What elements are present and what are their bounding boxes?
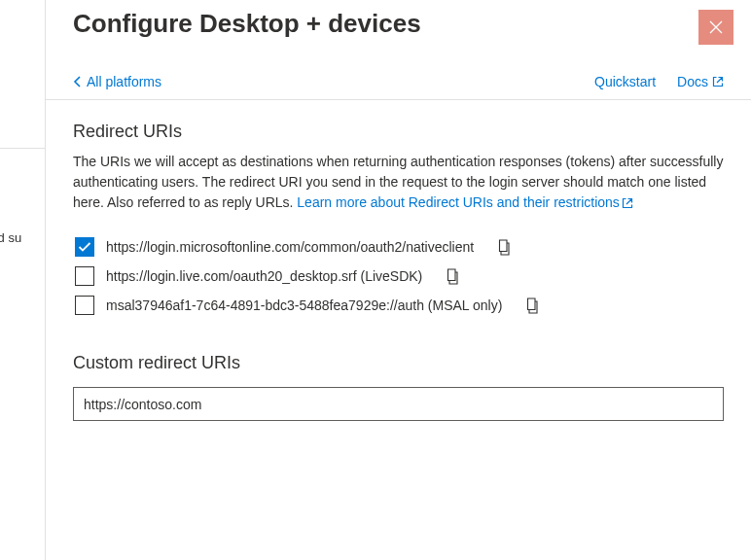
- docs-link[interactable]: Docs: [677, 74, 724, 89]
- uri-label: msal37946af1-7c64-4891-bdc3-5488fea7929e…: [106, 298, 502, 313]
- uri-checkbox[interactable]: [75, 296, 94, 315]
- redirect-uri-list: https://login.microsoftonline.com/common…: [75, 232, 724, 320]
- close-button[interactable]: [698, 10, 733, 45]
- uri-label: https://login.microsoftonline.com/common…: [106, 239, 474, 255]
- chevron-left-icon: [73, 76, 83, 88]
- sub-header: All platforms Quickstart Docs: [46, 45, 751, 100]
- uri-checkbox[interactable]: [75, 266, 94, 286]
- quickstart-link[interactable]: Quickstart: [594, 74, 656, 89]
- learn-more-label: Learn more about Redirect URIs and their…: [297, 194, 619, 210]
- redirect-uris-description: The URIs we will accept as destinations …: [73, 152, 724, 213]
- copy-icon[interactable]: [523, 298, 538, 314]
- external-link-icon: [622, 197, 633, 209]
- copy-icon[interactable]: [444, 268, 458, 285]
- redirect-uris-title: Redirect URIs: [73, 122, 724, 142]
- external-link-icon: [712, 76, 724, 88]
- redirect-uri-row: msal37946af1-7c64-4891-bdc3-5488fea7929e…: [75, 291, 724, 320]
- redirect-uri-row: https://login.live.com/oauth20_desktop.s…: [75, 262, 724, 291]
- panel-content: Redirect URIs The URIs we will accept as…: [46, 100, 751, 421]
- bg-divider: [0, 148, 45, 149]
- configure-panel: Configure Desktop + devices All platform…: [45, 0, 751, 560]
- copy-icon[interactable]: [495, 239, 510, 256]
- learn-more-link[interactable]: Learn more about Redirect URIs and their…: [297, 194, 632, 210]
- bg-cutoff-text: red su: [0, 230, 21, 245]
- background-left: red su: [0, 0, 45, 560]
- redirect-uri-row: https://login.microsoftonline.com/common…: [75, 232, 724, 262]
- close-icon: [709, 20, 723, 34]
- custom-redirect-input[interactable]: [73, 387, 724, 421]
- custom-redirect-title: Custom redirect URIs: [73, 353, 724, 373]
- panel-header: Configure Desktop + devices: [46, 0, 751, 45]
- checkmark-icon: [78, 241, 91, 253]
- quickstart-label: Quickstart: [594, 74, 656, 89]
- back-all-platforms-link[interactable]: All platforms: [73, 74, 161, 89]
- page-title: Configure Desktop + devices: [73, 8, 421, 41]
- uri-label: https://login.live.com/oauth20_desktop.s…: [106, 268, 422, 284]
- back-link-label: All platforms: [87, 74, 161, 89]
- header-links: Quickstart Docs: [594, 74, 724, 89]
- docs-label: Docs: [677, 74, 708, 89]
- uri-checkbox[interactable]: [75, 237, 94, 257]
